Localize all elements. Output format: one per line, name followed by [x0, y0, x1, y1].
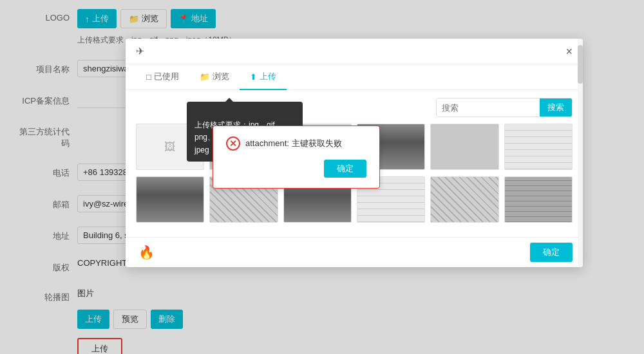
tab-used-icon: □ [146, 72, 151, 82]
image-cell-11[interactable] [430, 176, 498, 223]
tab-upload-label: 上传 [260, 71, 276, 82]
tab-browse-label: 浏览 [213, 71, 229, 82]
error-icon: ✕ [226, 136, 240, 151]
tab-browse[interactable]: 📁 浏览 [189, 64, 240, 90]
tab-upload-icon: ⬆ [250, 72, 257, 82]
search-input-wrap: 搜索 [436, 98, 573, 117]
error-text: attachment: 主键获取失败 [245, 138, 342, 149]
modal-scrollbar[interactable] [578, 39, 583, 267]
error-confirm-button[interactable]: 确定 [324, 160, 366, 178]
tab-browse-icon: 📁 [200, 72, 210, 82]
modal-tabs: □ 已使用 📁 浏览 ⬆ 上传 [126, 64, 583, 90]
broken-image-icon: 🖼 [164, 140, 176, 154]
modal-header: ✈ × [126, 39, 583, 64]
modal-header-icon: ✈ [136, 45, 144, 57]
tab-used[interactable]: □ 已使用 [136, 64, 189, 90]
modal-scrollbar-thumb [578, 45, 583, 84]
image-cell-7[interactable] [136, 176, 204, 223]
fire-icon: 🔥 [138, 245, 155, 260]
error-dialog: ✕ attachment: 主键获取失败 确定 [213, 126, 380, 189]
image-cell-5[interactable] [430, 124, 498, 170]
modal-confirm-button[interactable]: 确定 [530, 243, 573, 262]
error-actions: 确定 [226, 160, 366, 178]
search-button[interactable]: 搜索 [540, 98, 572, 116]
tab-upload[interactable]: ⬆ 上传 [240, 64, 287, 90]
search-input[interactable] [437, 98, 540, 116]
modal-footer: 🔥 确定 [126, 237, 583, 267]
image-cell-6[interactable] [504, 124, 573, 170]
modal-close-button[interactable]: × [565, 46, 573, 57]
image-cell-12[interactable] [504, 176, 573, 223]
error-message-row: ✕ attachment: 主键获取失败 [226, 136, 366, 151]
tab-used-label: 已使用 [154, 71, 179, 82]
